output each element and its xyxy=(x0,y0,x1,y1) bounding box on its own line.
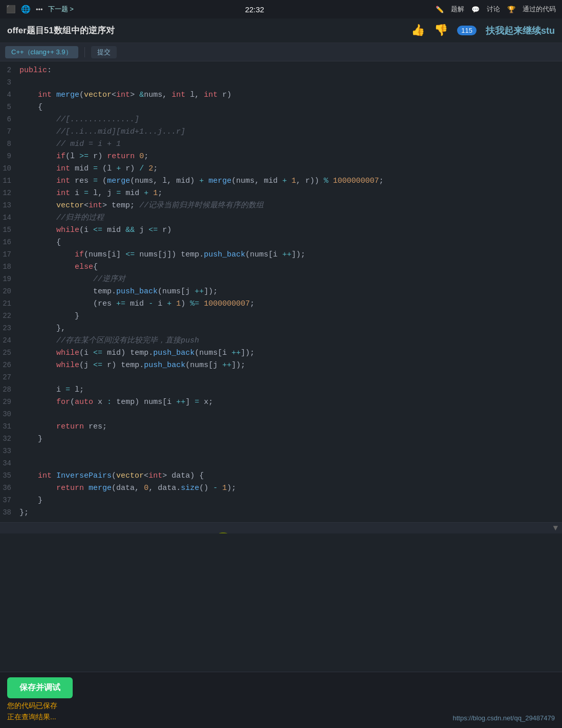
code-line-34: 34 xyxy=(0,458,562,470)
code-line-35: 35 int InversePairs(vector<int> data) { xyxy=(0,470,562,482)
save-test-button[interactable]: 保存并调试 xyxy=(7,677,73,698)
status-bar: ⬛ 🌐 ••• 下一题 > 22:32 ✏️ 题解 💬 讨论 🏆 通过的代码 xyxy=(0,0,562,18)
code-line-19: 19 //逆序对 xyxy=(0,273,562,286)
nav-right: 👍 👎 115 扶我起来继续stu xyxy=(411,24,555,37)
code-line-8: 8 // mid = i + 1 xyxy=(0,138,562,151)
edit-icon: ✏️ xyxy=(436,6,444,13)
code-line-10: 10 int mid = (l + r) / 2; xyxy=(0,163,562,175)
code-editor[interactable]: 2 public: 3 4 int merge(vector<int> &num… xyxy=(0,61,562,533)
code-line-33: 33 xyxy=(0,445,562,458)
language-selector[interactable]: C++（clang++ 3.9） xyxy=(5,46,78,58)
status-message-2: 正在查询结果... xyxy=(0,713,64,726)
code-line-28: 28 i = l; xyxy=(0,384,562,396)
code-line-3: 3 xyxy=(0,77,562,89)
code-line-17: 17 if(nums[i] <= nums[j]) temp.push_back… xyxy=(0,249,562,261)
thumb-up-icon[interactable]: 👍 xyxy=(411,24,425,37)
page-title: offer题目51数组中的逆序对 xyxy=(7,25,403,36)
toolbar-strip: C++（clang++ 3.9） 提交 xyxy=(0,43,562,61)
code-line-25: 25 while(i <= mid) temp.push_back(nums[i… xyxy=(0,347,562,359)
status-message-1: 您的代码已保存 xyxy=(0,701,64,713)
code-line-24: 24 //存在某个区间没有比较完毕，直接push xyxy=(0,335,562,347)
code-line-22: 22 } xyxy=(0,310,562,323)
discuss-label[interactable]: 讨论 xyxy=(487,5,500,14)
code-line-13: 13 vector<int> temp; //记录当前归并时候最终有序的数组 xyxy=(0,200,562,212)
code-line-26: 26 while(j <= r) temp.push_back(nums[j +… xyxy=(0,359,562,372)
code-line-4: 4 int merge(vector<int> &nums, int l, in… xyxy=(0,89,562,101)
nav-label[interactable]: 下一题 > xyxy=(48,5,74,14)
bottom-footer: 您的代码已保存 正在查询结果... https://blog.csdn.net/… xyxy=(0,701,562,728)
code-line-36: 36 return merge(data, 0, data.size() - 1… xyxy=(0,482,562,495)
scroll-down-icon[interactable]: ▼ xyxy=(553,524,558,533)
trophy-icon: 🏆 xyxy=(507,6,515,13)
code-line-18: 18 else{ xyxy=(0,261,562,273)
code-line-12: 12 int i = l, j = mid + 1; xyxy=(0,187,562,200)
status-bar-right: ✏️ 题解 💬 讨论 🏆 通过的代码 xyxy=(436,5,556,14)
toolbar-separator xyxy=(84,47,85,57)
code-line-21: 21 (res += mid - i + 1) %= 1000000007; xyxy=(0,298,562,310)
code-line-11: 11 int res = (merge(nums, l, mid) + merg… xyxy=(0,175,562,187)
code-block[interactable]: 2 public: 3 4 int merge(vector<int> &num… xyxy=(0,61,562,522)
status-bar-left: ⬛ 🌐 ••• 下一题 > xyxy=(6,5,74,14)
like-count-badge: 115 xyxy=(457,26,477,35)
code-line-9: 9 if(l >= r) return 0; xyxy=(0,151,562,163)
jiejie-label[interactable]: 题解 xyxy=(451,5,464,14)
code-line-31: 31 return res; xyxy=(0,421,562,433)
chat-icon: 💬 xyxy=(471,6,480,13)
code-line-38: 38 }; xyxy=(0,507,562,519)
code-line-14: 14 //归并的过程 xyxy=(0,212,562,224)
code-line-7: 7 //[..i...mid][mid+1...j...r] xyxy=(0,126,562,138)
bottom-bar: 保存并调试 您的代码已保存 正在查询结果... https://blog.csd… xyxy=(0,672,562,728)
browser-icon: 🌐 xyxy=(21,5,31,14)
code-line-32: 32 } xyxy=(0,433,562,445)
nav-bar: offer题目51数组中的逆序对 👍 👎 115 扶我起来继续stu xyxy=(0,18,562,43)
code-line-15: 15 while(i <= mid && j <= r) xyxy=(0,224,562,237)
thumb-down-icon[interactable]: 👎 xyxy=(434,24,448,37)
brand-label: 扶我起来继续stu xyxy=(486,25,555,37)
app-icon: ⬛ xyxy=(6,5,16,14)
code-line-23: 23 }, xyxy=(0,323,562,335)
code-line-6: 6 //[..............] xyxy=(0,114,562,126)
code-line-5: 5 { xyxy=(0,101,562,114)
code-line-20: 20 temp.push_back(nums[j ++]); xyxy=(0,286,562,298)
code-line-16: 16 { xyxy=(0,237,562,249)
code-line-27: 27 xyxy=(0,372,562,384)
csdn-url[interactable]: https://blog.csdn.net/qq_29487479 xyxy=(453,714,563,726)
code-line-37: 37 } xyxy=(0,495,562,507)
status-bar-time: 22:32 xyxy=(245,5,265,14)
code-line-2: 2 public: xyxy=(0,65,562,77)
more-icon: ••• xyxy=(36,6,43,13)
code-line-29: 29 for(auto x : temp) nums[i ++] = x; xyxy=(0,396,562,409)
scroll-bar[interactable]: ▼ xyxy=(0,522,562,533)
pass-code-label[interactable]: 通过的代码 xyxy=(523,5,556,14)
submit-button[interactable]: 提交 xyxy=(91,46,117,58)
code-line-30: 30 xyxy=(0,409,562,421)
